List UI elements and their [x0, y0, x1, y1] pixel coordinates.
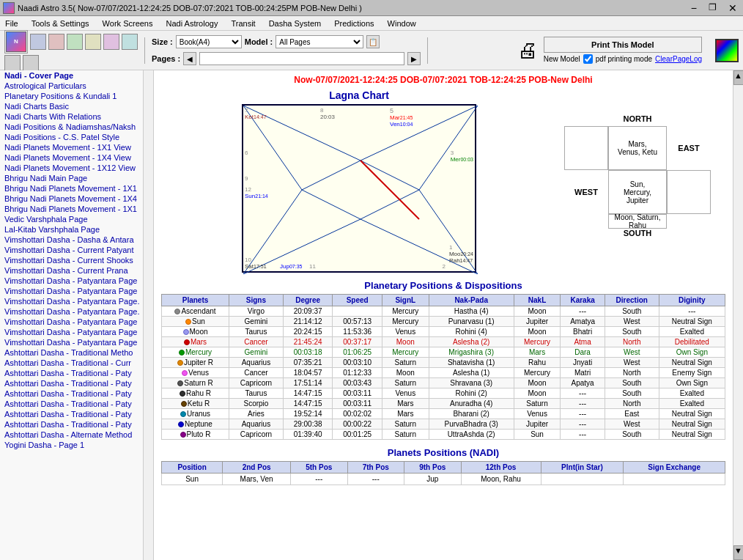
compass-s-blank2	[667, 229, 711, 237]
sidebar-item-14[interactable]: Vedic Varshphala Page	[0, 214, 153, 224]
cell-diginity: Neutral Sign	[659, 317, 725, 327]
toolbar-icons-top: N	[4, 30, 138, 54]
cell-signl: Saturn	[382, 378, 429, 388]
sidebar-item-3[interactable]: Nadi Charts Basic	[0, 101, 153, 111]
menu-transit[interactable]: Transit	[229, 18, 257, 29]
sidebar-item-5[interactable]: Nadi Positions & Nadiamshas/Naksh	[0, 122, 153, 132]
sidebar-item-4[interactable]: Nadi Charts With Relations	[0, 111, 153, 122]
toolbar-btn-8[interactable]	[23, 55, 39, 71]
menu-predictions[interactable]: Predictions	[332, 18, 376, 29]
cell-nakpada: Punarvasu (1)	[429, 317, 514, 327]
menu-window[interactable]: Window	[385, 18, 418, 29]
sidebar-item-16[interactable]: Vimshottari Dasha - Dasha & Antara	[0, 235, 153, 245]
sidebar-item-31[interactable]: Ashtottari Dasha - Traditional - Paty	[0, 388, 153, 399]
toolbar-btn-2[interactable]	[48, 34, 64, 50]
svg-line-11	[361, 190, 419, 219]
toolbar-btn-6[interactable]	[122, 34, 138, 50]
cell-sign: Capricorn	[229, 378, 284, 388]
toolbar-btn-5[interactable]	[103, 34, 119, 50]
sidebar-item-10[interactable]: Bhrigu Nadi Main Page	[0, 173, 153, 183]
cell-speed: 00:03:10	[333, 358, 382, 368]
sidebar-item-34[interactable]: Ashtottari Dasha - Traditional - Paty	[0, 419, 153, 430]
pdf-checkbox[interactable]	[583, 54, 593, 64]
col-nakpada: Nak-Pada	[429, 295, 514, 306]
compass-nw-cell	[564, 126, 608, 170]
planet-table-header: Planets Signs Degree Speed SignL Nak-Pad…	[162, 295, 725, 306]
cell-nakl: Moon	[514, 378, 561, 388]
cell-signl: Saturn	[382, 358, 429, 368]
sidebar-item-22[interactable]: Vimshottari Dasha - Patyantara Page.	[0, 296, 153, 306]
cell-planet: Venus	[162, 368, 229, 378]
nadi-section: Planets Positions (NADI) Position 2nd Po…	[161, 447, 725, 485]
sidebar-item-36[interactable]: Yogini Dasha - Page 1	[0, 440, 153, 450]
cell-speed: 00:03:11	[333, 399, 382, 409]
sidebar-item-1[interactable]: Astrological Particulars	[0, 81, 153, 91]
toolbar-options: Size : Book(A4) Model : All Pages 📋 Page…	[152, 35, 421, 65]
cell-speed: 01:12:33	[333, 368, 382, 378]
menu-tools[interactable]: Tools & Settings	[29, 18, 92, 29]
sidebar-item-25[interactable]: Vimshottari Dasha - Patyantara Page	[0, 327, 153, 337]
sidebar-item-26[interactable]: Vimshottari Dasha - Patyantara Page	[0, 337, 153, 347]
sidebar-item-6[interactable]: Nadi Positions - C.S. Patel Style	[0, 132, 153, 142]
pages-label: Pages :	[152, 54, 180, 63]
toolbar-btn-1[interactable]	[30, 34, 46, 50]
scroll-up-arrow[interactable]: ▲	[733, 70, 743, 85]
minimize-btn[interactable]: −	[688, 2, 700, 14]
model-select[interactable]: All Pages	[276, 35, 363, 48]
cell-signl: Venus	[382, 388, 429, 399]
clear-label[interactable]: ClearPageLog	[655, 55, 702, 63]
sidebar-item-28[interactable]: Ashtottari Dasha - Traditional - Curr	[0, 358, 153, 368]
sidebar-item-17[interactable]: Vimshottari Dasha - Current Patyant	[0, 245, 153, 255]
cell-planet: Sun	[162, 317, 229, 327]
table-row: Moon Taurus 20:24:15 11:53:36 Venus Rohi…	[162, 327, 725, 337]
toolbar-btn-4[interactable]	[85, 34, 101, 50]
menu-work[interactable]: Work Screens	[100, 18, 155, 29]
sidebar-scrollbar[interactable]	[143, 70, 153, 560]
sidebar-item-32[interactable]: Ashtottari Dasha - Traditional - Paty	[0, 399, 153, 409]
sidebar-item-24[interactable]: Vimshottari Dasha - Patyantara Page	[0, 317, 153, 327]
print-model-button[interactable]: Print This Model	[544, 37, 702, 53]
cell-direction: West	[605, 358, 659, 368]
sidebar-item-19[interactable]: Vimshottari Dasha - Current Prana	[0, 265, 153, 276]
cell-direction: West	[605, 317, 659, 327]
close-btn[interactable]: ✕	[725, 2, 740, 14]
menu-file[interactable]: File	[3, 18, 21, 29]
sidebar-item-20[interactable]: Vimshottari Dasha - Patyantara Page	[0, 276, 153, 286]
sidebar-item-18[interactable]: Vimshottari Dasha - Current Shooks	[0, 255, 153, 265]
cell-diginity: ---	[659, 306, 725, 317]
sidebar-item-15[interactable]: Lal-Kitab Varshphala Page	[0, 224, 153, 235]
pages-right-arrow[interactable]: ▶	[407, 52, 421, 65]
sidebar-item-35[interactable]: Ashtottari Dasha - Alternate Method	[0, 430, 153, 440]
menu-dasha[interactable]: Dasha System	[267, 18, 324, 29]
model-icon[interactable]: 📋	[366, 35, 380, 48]
pages-input[interactable]	[199, 52, 404, 65]
sidebar-item-12[interactable]: Bhrigu Nadi Planets Movement - 1X4	[0, 194, 153, 204]
sidebar-item-27[interactable]: Ashtottari Dasha - Traditional Metho	[0, 347, 153, 358]
sidebar-item-30[interactable]: Ashtottari Dasha - Traditional - Paty	[0, 378, 153, 388]
sidebar-item-8[interactable]: Nadi Planets Movement - 1X4 View	[0, 152, 153, 163]
right-scrollbar[interactable]: ▲ ▼	[733, 70, 743, 560]
size-select[interactable]: Book(A4)	[176, 35, 242, 48]
restore-btn[interactable]: ❐	[706, 2, 720, 14]
sidebar-item-13[interactable]: Bhrigu Nadi Planets Movement - 1X1	[0, 204, 153, 214]
menubar: File Tools & Settings Work Screens Nadi …	[0, 16, 743, 31]
table-row: Sun Gemini 21:14:12 00:57:13 Mercury Pun…	[162, 317, 725, 327]
sidebar-item-33[interactable]: Ashtottari Dasha - Traditional - Paty	[0, 409, 153, 419]
pdf-label: pdf printing mode	[596, 55, 652, 63]
sidebar-item-2[interactable]: Planetary Positions & Kundali 1	[0, 91, 153, 101]
cell-signl: Mars	[382, 399, 429, 409]
pages-left-arrow[interactable]: ◀	[183, 52, 196, 65]
sidebar-item-23[interactable]: Vimshottari Dasha - Patyantara Page.	[0, 306, 153, 317]
sidebar-item-29[interactable]: Ashtottari Dasha - Traditional - Paty	[0, 368, 153, 378]
sidebar-item-0[interactable]: Nadi - Cover Page	[0, 70, 153, 81]
sidebar-item-11[interactable]: Bhrigu Nadi Planets Movement - 1X1	[0, 183, 153, 194]
scroll-down-arrow[interactable]: ▼	[733, 545, 743, 560]
cell-degree: 20:09:37	[283, 306, 333, 317]
sidebar-item-9[interactable]: Nadi Planets Movement - 1X12 View	[0, 163, 153, 173]
menu-nadi[interactable]: Nadi Astrology	[163, 18, 220, 29]
toolbar-btn-7[interactable]	[4, 55, 21, 71]
sidebar-item-21[interactable]: Vimshottari Dasha - Patyantara Page	[0, 286, 153, 296]
sidebar-item-7[interactable]: Nadi Planets Movement - 1X1 View	[0, 142, 153, 152]
toolbar-btn-3[interactable]	[67, 34, 83, 50]
svg-line-10	[361, 161, 419, 190]
